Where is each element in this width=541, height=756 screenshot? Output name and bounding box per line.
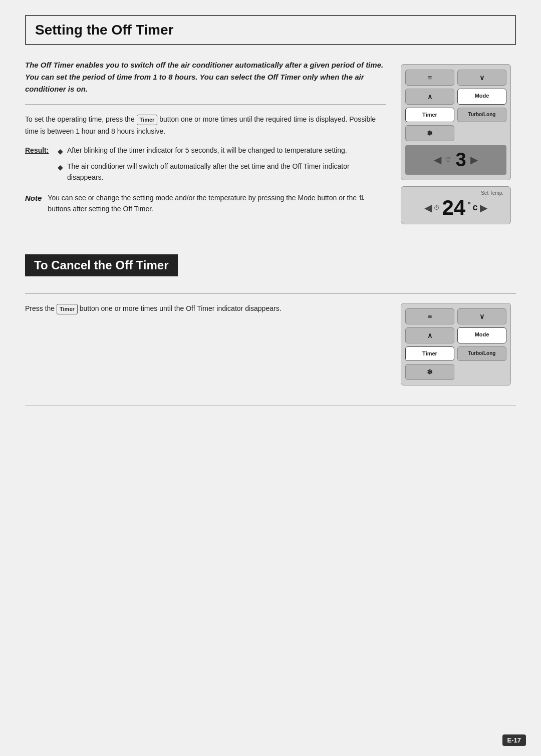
display-clock-icon-1: ⏱: [445, 156, 451, 163]
result-item-2: ◆ The air conditioner will switch off au…: [58, 161, 386, 183]
set-temp-label: Set Temp.: [481, 190, 503, 196]
display-right-arrow-1: ▶: [470, 154, 478, 166]
page-number: E-17: [502, 734, 526, 746]
result-text-1: After blinking of the timer indicator fo…: [67, 145, 347, 156]
cancel-step-text-2: button one or more times until the Off T…: [80, 304, 282, 312]
remote3-btn-flow: ≡: [405, 308, 454, 324]
diamond-icon-1: ◆: [58, 146, 63, 157]
remote-btn-cool: ❄: [405, 125, 454, 141]
display-right-arrow-2: ▶: [480, 202, 487, 214]
remote-illustrations: ≡ ∨ ∧ Mode Timer: [401, 59, 516, 224]
timer-button-inline: Timer: [137, 115, 158, 125]
remote-device-3: ≡ ∨ ∧ Mode Timer: [401, 303, 511, 386]
remote-btn-down: ∨: [457, 70, 506, 86]
remote-btn-flow: ≡: [405, 70, 454, 86]
section-setting-off-timer: Setting the Off Timer The Off Timer enab…: [25, 15, 516, 224]
result-text-2: The air conditioner will switch off auto…: [67, 161, 386, 183]
step-paragraph: To set the operating time, press the Tim…: [25, 114, 386, 138]
remote-btn-fan: ∧: [405, 89, 454, 105]
display-left-arrow-2: ◀: [424, 202, 432, 214]
sub-section-title: To Cancel the Off Timer: [25, 254, 178, 276]
remote3-btn-fan: ∧: [405, 327, 454, 343]
cancel-step-text-1: Press the: [25, 304, 55, 312]
remote-device-1: ≡ ∨ ∧ Mode Timer: [401, 64, 511, 180]
display-number-1: 3: [455, 149, 466, 171]
cancel-step-paragraph: Press the Timer button one or more times…: [25, 303, 386, 315]
result-section: Result: ◆ After blinking of the timer in…: [25, 145, 386, 183]
degree-symbol: °: [467, 201, 470, 210]
remote-device-2: Set Temp. ◀ ⏱ 24 ° c ▶: [401, 186, 511, 224]
remote-display-2: ◀ ⏱ 24 ° c ▶: [406, 196, 505, 220]
section-title-box: Setting the Off Timer: [25, 15, 516, 45]
remote-btn-mode: Mode: [457, 89, 506, 105]
display-number-2: 24: [442, 196, 465, 220]
result-item-1: ◆ After blinking of the timer indicator …: [58, 145, 386, 157]
remote-buttons-grid-3: ≡ ∨ ∧ Mode Timer: [405, 308, 506, 380]
display-clock-icon-2: ⏱: [434, 204, 440, 211]
remote3-btn-cool: ❄: [405, 364, 454, 380]
display-left-arrow-1: ◀: [434, 154, 441, 166]
remote-display-1: ◀ ⏱ 3 ▶: [405, 145, 506, 175]
temp-button-inline: ⇅: [359, 194, 365, 202]
cancel-remote-illustration: ≡ ∨ ∧ Mode Timer: [401, 303, 516, 386]
section-cancel-off-timer: To Cancel the Off Timer Press the Timer …: [25, 254, 516, 406]
celsius-symbol: c: [473, 202, 478, 213]
note-label: Note: [25, 192, 42, 215]
remote-btn-timer-1: Timer: [405, 108, 454, 122]
step-text-1: To set the operating time, press the: [25, 115, 135, 123]
divider-bottom: [25, 406, 516, 406]
remote3-btn-turbo: Turbo/Long: [457, 346, 506, 360]
result-items: ◆ After blinking of the timer indicator …: [58, 145, 386, 183]
cancel-timer-btn-inline: Timer: [57, 304, 78, 314]
page-title: Setting the Off Timer: [35, 22, 506, 38]
mode-button-inline: Mode: [298, 194, 315, 202]
divider-2: [25, 293, 516, 294]
remote3-btn-timer: Timer: [405, 346, 454, 360]
intro-text: The Off Timer enables you to switch off …: [25, 59, 386, 105]
remote-buttons-grid-1: ≡ ∨ ∧ Mode Timer: [405, 70, 506, 141]
note-section: Note You can see or change the setting m…: [25, 192, 386, 215]
result-label: Result:: [25, 145, 53, 183]
remote-btn-turbo: Turbo/Long: [457, 108, 506, 122]
remote3-btn-down: ∨: [457, 308, 506, 324]
remote3-btn-mode: Mode: [457, 327, 506, 343]
diamond-icon-2: ◆: [58, 162, 63, 173]
note-text: You can see or change the setting mode a…: [48, 192, 386, 215]
